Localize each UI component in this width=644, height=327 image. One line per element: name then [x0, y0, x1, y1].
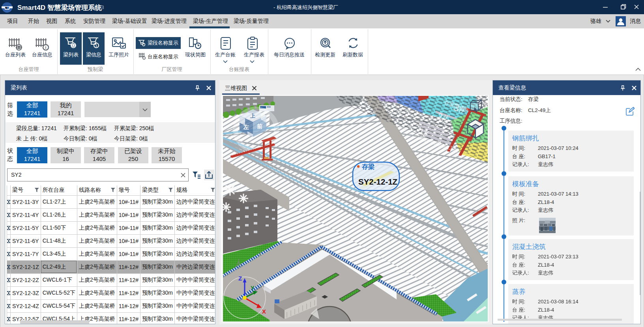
svg-text:上: 上 — [250, 113, 255, 119]
svg-text:存梁: 存梁 — [361, 163, 374, 170]
svg-text:X: X — [262, 308, 266, 315]
svg-text:SY2-12-1Z: SY2-12-1Z — [358, 177, 397, 186]
svg-text:左: 左 — [243, 124, 249, 130]
svg-text:Y: Y — [251, 285, 255, 291]
svg-text:i: i — [96, 44, 97, 48]
svg-text:前: 前 — [257, 123, 262, 129]
svg-text:i: i — [45, 45, 47, 50]
svg-text:Z: Z — [238, 275, 242, 282]
